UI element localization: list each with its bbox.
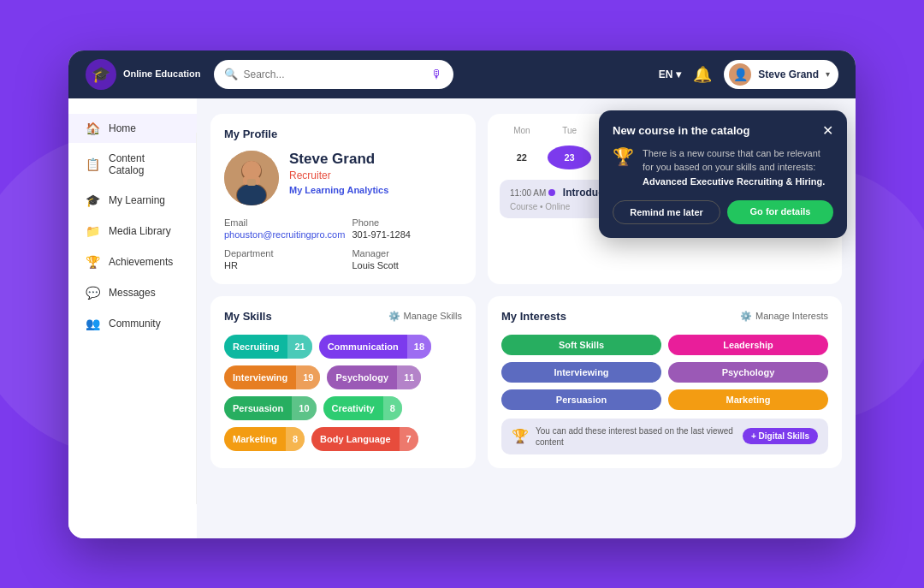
email-value: phouston@recruitingpro.com xyxy=(224,229,345,240)
profile-text: Steve Grand Recruiter My Learning Analyt… xyxy=(289,151,388,195)
sidebar-item-my-learning[interactable]: 🎓 My Learning xyxy=(68,186,197,215)
gear-icon: ⚙️ xyxy=(388,311,400,322)
interests-card: My Interests ⚙️ Manage Interests Soft Sk… xyxy=(488,296,842,468)
chevron-down-icon: ▾ xyxy=(676,68,681,80)
profile-card: My Profile xyxy=(210,114,476,284)
header-right: EN ▾ 🔔 👤 Steve Grand ▾ xyxy=(659,60,838,89)
svg-rect-6 xyxy=(247,179,256,186)
manager-label: Manager xyxy=(352,248,462,258)
notification-bell[interactable]: 🔔 xyxy=(693,65,712,84)
profile-section-title: My Profile xyxy=(224,128,462,140)
skill-item[interactable]: Psychology 11 xyxy=(327,365,421,389)
day-label: Mon xyxy=(500,124,544,137)
event-dot xyxy=(548,189,555,196)
notification-popup: New course in the catalog ✕ 🏆 There is a… xyxy=(599,110,847,239)
manager-value: Louis Scott xyxy=(352,260,462,270)
user-name: Steve Grand xyxy=(758,68,819,80)
skill-item[interactable]: Persuasion 10 xyxy=(224,396,317,420)
sidebar-item-label: Achievements xyxy=(109,256,173,268)
skill-count: 7 xyxy=(400,427,418,451)
notification-text: There is a new course that can be releva… xyxy=(643,146,833,189)
user-menu[interactable]: 👤 Steve Grand ▾ xyxy=(724,60,838,89)
sidebar-item-label: Messages xyxy=(109,287,156,299)
sidebar-item-label: Community xyxy=(109,318,161,330)
skill-count: 19 xyxy=(296,365,320,389)
interest-item[interactable]: Persuasion xyxy=(501,389,661,410)
interests-title: My Interests xyxy=(501,310,566,323)
sidebar-item-home[interactable]: 🏠 Home xyxy=(68,114,197,143)
sidebar-item-label: Home xyxy=(109,122,136,134)
skills-title-row: My Skills ⚙️ Manage Skills xyxy=(224,310,462,323)
skill-count: 8 xyxy=(286,427,305,451)
email-label: Email xyxy=(224,217,345,228)
skills-card: My Skills ⚙️ Manage Skills Recruiting 21 xyxy=(210,296,476,468)
mic-icon[interactable]: 🎙 xyxy=(431,68,443,81)
content-catalog-icon: 📋 xyxy=(86,157,100,171)
interest-suggestion: 🏆 You can add these interest based on th… xyxy=(501,419,828,454)
notification-title: New course in the catalog xyxy=(613,124,749,137)
logo-icon: 🎓 xyxy=(86,59,116,90)
interests-title-row: My Interests ⚙️ Manage Interests xyxy=(501,310,828,323)
add-digital-skills-button[interactable]: + Digital Skills xyxy=(743,428,818,444)
close-icon[interactable]: ✕ xyxy=(822,124,833,138)
email-field: Email phouston@recruitingpro.com xyxy=(224,217,345,240)
calendar-date[interactable]: 22 xyxy=(500,146,544,169)
manage-skills-link[interactable]: ⚙️ Manage Skills xyxy=(388,311,462,322)
skill-name: Communication xyxy=(319,335,407,359)
search-icon: 🔍 xyxy=(224,68,238,80)
interest-item[interactable]: Soft Skills xyxy=(501,335,661,355)
profile-fields: Email phouston@recruitingpro.com Phone 3… xyxy=(224,217,462,270)
body: 🏠 Home 📋 Content Catalog 🎓 My Learning 📁… xyxy=(68,98,856,538)
interest-item[interactable]: Psychology xyxy=(668,362,828,383)
go-for-details-button[interactable]: Go for details xyxy=(727,200,833,224)
svg-point-5 xyxy=(237,184,266,205)
department-value: HR xyxy=(224,260,345,270)
sidebar-item-label: Media Library xyxy=(109,225,171,237)
search-bar[interactable]: 🔍 🎙 xyxy=(214,60,453,89)
profile-name: Steve Grand xyxy=(289,151,388,168)
interest-item[interactable]: Interviewing xyxy=(501,362,661,383)
manage-interests-link[interactable]: ⚙️ Manage Interests xyxy=(740,311,828,322)
interest-label: Leadership xyxy=(723,340,773,350)
skill-item[interactable]: Marketing 8 xyxy=(224,427,305,451)
sidebar: 🏠 Home 📋 Content Catalog 🎓 My Learning 📁… xyxy=(68,98,197,538)
notification-body: 🏆 There is a new course that can be rele… xyxy=(613,146,833,189)
department-field: Department HR xyxy=(224,248,345,270)
profile-info: Steve Grand Recruiter My Learning Analyt… xyxy=(224,151,462,205)
sidebar-item-community[interactable]: 👥 Community xyxy=(68,309,197,338)
skill-name: Persuasion xyxy=(224,396,292,420)
skill-item[interactable]: Interviewing 19 xyxy=(224,365,320,389)
search-input[interactable] xyxy=(243,68,426,80)
sidebar-item-media-library[interactable]: 📁 Media Library xyxy=(68,217,197,246)
phone-field: Phone 301-971-1284 xyxy=(352,217,462,240)
skill-item[interactable]: Creativity 8 xyxy=(323,396,402,420)
avatar: 👤 xyxy=(729,63,751,86)
skill-item[interactable]: Recruiting 21 xyxy=(224,335,312,359)
messages-icon: 💬 xyxy=(86,286,100,300)
gear-icon: ⚙️ xyxy=(740,311,752,322)
skill-count: 11 xyxy=(397,365,421,389)
interest-label: Soft Skills xyxy=(559,340,604,350)
media-library-icon: 📁 xyxy=(86,224,100,238)
skill-item[interactable]: Communication 18 xyxy=(319,335,431,359)
skill-name: Body Language xyxy=(311,427,400,451)
skill-name: Psychology xyxy=(327,365,397,389)
skill-count: 8 xyxy=(383,396,402,420)
sidebar-item-achievements[interactable]: 🏆 Achievements xyxy=(68,247,197,276)
language-selector[interactable]: EN ▾ xyxy=(659,68,682,80)
interest-item[interactable]: Marketing xyxy=(668,389,828,410)
trophy-icon: 🏆 xyxy=(613,146,634,189)
interest-label: Psychology xyxy=(722,367,775,377)
interest-label: Interviewing xyxy=(554,367,608,377)
phone-value: 301-971-1284 xyxy=(352,229,462,240)
interest-item[interactable]: Leadership xyxy=(668,335,828,355)
sidebar-item-messages[interactable]: 💬 Messages xyxy=(68,278,197,307)
bottom-section: My Skills ⚙️ Manage Skills Recruiting 21 xyxy=(210,296,842,468)
interest-label: Persuasion xyxy=(556,395,607,405)
calendar-date-active[interactable]: 23 xyxy=(548,146,592,169)
app-title: Online Education xyxy=(123,68,200,80)
remind-later-button[interactable]: Remind me later xyxy=(613,200,720,224)
sidebar-item-content-catalog[interactable]: 📋 Content Catalog xyxy=(68,145,197,184)
skill-item[interactable]: Body Language 7 xyxy=(311,427,418,451)
profile-learning[interactable]: My Learning Analytics xyxy=(289,185,388,195)
